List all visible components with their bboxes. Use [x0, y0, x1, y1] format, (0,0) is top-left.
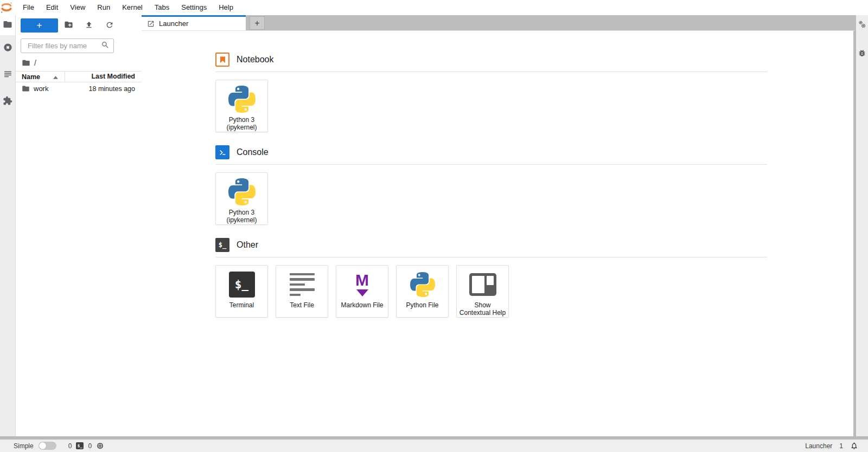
- file-last-modified: 18 minutes ago: [89, 85, 142, 93]
- folder-icon: [22, 85, 30, 93]
- main-shell: + / Name: [0, 15, 868, 436]
- gears-icon: [858, 20, 866, 31]
- simple-mode-label: Simple: [14, 442, 34, 450]
- contextual-help-icon: [469, 273, 496, 296]
- section-title-other: Other: [237, 240, 258, 250]
- breadcrumb-root: /: [34, 59, 36, 67]
- launcher-card-terminal[interactable]: $_ Terminal: [215, 265, 268, 318]
- card-sublabel: (ipykernel): [226, 216, 257, 224]
- terminal-icon: $_: [229, 272, 255, 298]
- file-browser-panel: + / Name: [16, 15, 142, 436]
- right-activity-bar: [856, 15, 868, 436]
- menu-view[interactable]: View: [64, 0, 91, 15]
- folder-icon: [22, 59, 30, 67]
- table-of-contents-icon: [3, 69, 12, 81]
- sidebar-tab-table-of-contents[interactable]: [0, 62, 15, 88]
- text-file-icon: [290, 272, 315, 297]
- tab-bar: Launcher +: [142, 15, 856, 30]
- python-icon: [228, 85, 256, 113]
- folder-icon: [3, 20, 12, 31]
- search-icon: [101, 41, 110, 51]
- menu-file[interactable]: File: [17, 0, 40, 15]
- launcher-card-notebook-python3[interactable]: Python 3 (ipykernel): [215, 80, 268, 132]
- terminal-badge-icon: $_: [76, 442, 84, 449]
- column-header-name[interactable]: Name: [22, 73, 53, 81]
- file-table-header: Name Last Modified: [16, 71, 142, 82]
- menu-tabs[interactable]: Tabs: [149, 0, 175, 15]
- left-activity-bar: [0, 15, 16, 436]
- sidebar-tab-running-kernels[interactable]: [0, 35, 15, 62]
- breadcrumb[interactable]: /: [16, 53, 142, 71]
- launcher-card-text-file[interactable]: Text File: [276, 265, 328, 318]
- section-title-notebook: Notebook: [237, 55, 274, 64]
- new-tab-button[interactable]: +: [250, 16, 265, 30]
- python-icon: [409, 270, 437, 299]
- new-launcher-button[interactable]: +: [21, 18, 58, 33]
- launcher-card-python-file[interactable]: Python File: [396, 265, 449, 318]
- card-label: Show: [459, 301, 506, 309]
- upload-icon: [85, 21, 93, 31]
- terminal-section-icon: $_: [215, 238, 229, 252]
- simple-mode-toggle[interactable]: [39, 442, 56, 450]
- card-label: Text File: [290, 301, 314, 309]
- launcher-panel: Notebook Python 3 (ipykernel): [142, 30, 856, 436]
- file-name: work: [34, 85, 89, 93]
- menu-run[interactable]: Run: [91, 0, 116, 15]
- markdown-icon: M: [355, 273, 369, 296]
- bell-icon[interactable]: [850, 442, 858, 450]
- file-browser-toolbar: +: [16, 15, 142, 35]
- launcher-card-console-python3[interactable]: Python 3 (ipykernel): [215, 172, 268, 225]
- refresh-icon: [105, 21, 114, 31]
- column-header-last-modified[interactable]: Last Modified: [65, 72, 142, 82]
- stop-circle-icon: [3, 42, 13, 55]
- launcher-card-show-contextual-help[interactable]: Show Contextual Help: [456, 265, 509, 318]
- sidebar-tab-file-browser[interactable]: [0, 15, 15, 35]
- upload-button[interactable]: [79, 18, 99, 33]
- property-inspector-tab[interactable]: [858, 20, 866, 31]
- console-icon: [215, 145, 229, 159]
- notifications-count: 1: [839, 442, 843, 450]
- new-folder-icon: [64, 20, 73, 31]
- filter-files-input[interactable]: [27, 41, 101, 50]
- jupyter-logo: [0, 1, 14, 15]
- launcher-card-markdown-file[interactable]: M Markdown File: [336, 265, 388, 318]
- kernels-count: 0: [88, 442, 92, 450]
- launcher-section-notebook: Notebook Python 3 (ipykernel): [215, 53, 853, 132]
- section-divider: [215, 257, 767, 257]
- launcher-section-other: $_ Other $_ Terminal: [215, 238, 853, 318]
- python-icon: [228, 178, 256, 206]
- tab-launcher[interactable]: Launcher: [142, 15, 246, 30]
- notebook-icon: [215, 53, 229, 67]
- status-bar: Simple 0 $_ 0 Launcher 1: [0, 440, 868, 452]
- card-label: Markdown File: [341, 301, 383, 309]
- launcher-section-console: Console Python 3 (ipykernel): [215, 145, 853, 225]
- card-label: Python 3: [226, 116, 257, 124]
- kernel-chip-icon: [96, 442, 104, 450]
- menu-edit[interactable]: Edit: [40, 0, 64, 15]
- sort-ascending-icon[interactable]: [53, 73, 58, 81]
- launcher-tab-icon: [147, 20, 155, 28]
- menu-bar: File Edit View Run Kernel Tabs Settings …: [0, 0, 868, 15]
- bug-icon: [858, 49, 866, 60]
- card-label: Python File: [406, 301, 438, 309]
- terminals-count: 0: [68, 442, 72, 450]
- sidebar-tab-extensions[interactable]: [0, 88, 15, 115]
- menu-items: File Edit View Run Kernel Tabs Settings …: [17, 0, 239, 15]
- toggle-knob: [39, 442, 46, 449]
- card-label: Terminal: [229, 301, 254, 309]
- current-activity-label: Launcher: [805, 442, 832, 450]
- card-label: Python 3: [226, 209, 257, 216]
- tab-label: Launcher: [159, 20, 188, 28]
- menu-kernel[interactable]: Kernel: [116, 0, 149, 15]
- new-folder-button[interactable]: [58, 18, 79, 33]
- running-sessions-status[interactable]: 0 $_ 0: [68, 442, 104, 450]
- menu-settings[interactable]: Settings: [175, 0, 213, 15]
- file-row-work[interactable]: work 18 minutes ago: [16, 82, 142, 95]
- card-sublabel: Contextual Help: [459, 309, 506, 317]
- debugger-tab[interactable]: [858, 49, 866, 60]
- puzzle-icon: [3, 96, 12, 108]
- refresh-button[interactable]: [99, 18, 120, 33]
- menu-help[interactable]: Help: [213, 0, 239, 15]
- section-title-console: Console: [237, 147, 269, 157]
- card-sublabel: (ipykernel): [226, 124, 257, 131]
